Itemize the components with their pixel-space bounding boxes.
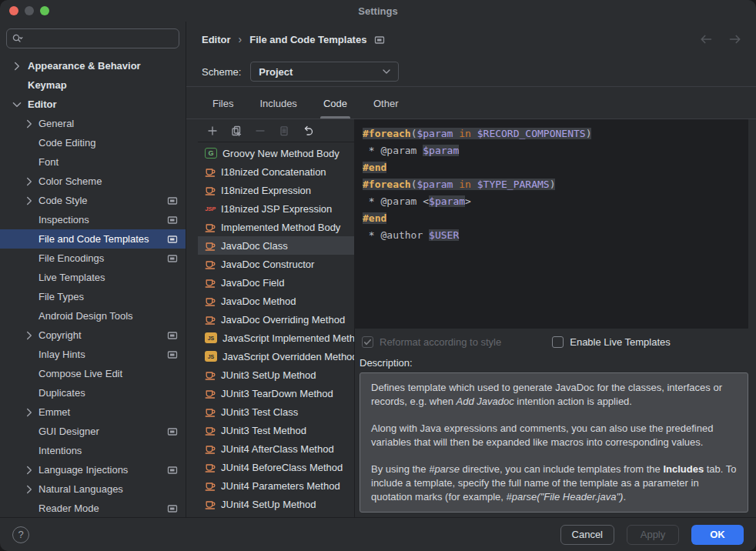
sidebar-item-emmet[interactable]: Emmet (0, 402, 186, 422)
apply-button[interactable]: Apply (627, 525, 679, 545)
create-child-template-button[interactable] (231, 125, 242, 136)
template-item-junit4-parameters-method[interactable]: JUnit4 Parameters Method (198, 476, 354, 495)
sidebar-item-general[interactable]: General (0, 114, 186, 133)
sidebar-item-file-types[interactable]: File Types (0, 287, 186, 306)
close-button[interactable] (9, 6, 18, 15)
help-icon: ? (18, 529, 23, 540)
breadcrumb: Editor › File and Code Templates (186, 22, 756, 57)
template-item-groovy-new-method-body[interactable]: GGroovy New Method Body (198, 144, 354, 162)
scheme-label: Scheme: (202, 66, 241, 78)
template-item-implemented-method-body[interactable]: Implemented Method Body (198, 218, 354, 236)
zoom-button[interactable] (40, 6, 49, 15)
add-template-button[interactable] (207, 125, 218, 136)
chevron-down-icon[interactable] (11, 99, 23, 111)
breadcrumb-editor[interactable]: Editor (202, 34, 231, 45)
java-class-icon (204, 498, 216, 510)
code-line: #foreach($param in $RECORD_COMPONENTS) (363, 125, 741, 142)
tab-files[interactable]: Files (203, 98, 243, 119)
template-item-javadoc-field[interactable]: JavaDoc Field (198, 273, 354, 292)
template-item-javadoc-class[interactable]: JavaDoc Class (198, 236, 354, 255)
sidebar-item-label: Compose Live Edit (38, 368, 122, 379)
javascript-icon: JS (205, 332, 217, 343)
java-class-icon (204, 276, 216, 289)
help-button[interactable]: ? (12, 526, 29, 543)
template-item-junit4-afterclass-method[interactable]: JUnit4 AfterClass Method (198, 439, 354, 458)
sidebar-item-language-injections[interactable]: Language Injections (0, 460, 186, 479)
template-item-javascript-overridden-method[interactable]: JSJavaScript Overridden Method (198, 347, 354, 366)
template-item-i18nized-expression[interactable]: I18nized Expression (198, 181, 354, 199)
sidebar-item-font[interactable]: Font (0, 152, 186, 172)
sidebar-item-appearance-behavior[interactable]: Appearance & Behavior (0, 56, 186, 75)
chevron-right-icon[interactable] (23, 483, 35, 496)
chevron-right-icon[interactable] (23, 195, 35, 207)
reformat-checkbox[interactable]: Reformat according to style (362, 336, 501, 348)
sidebar-item-editor[interactable]: Editor (0, 95, 186, 114)
template-item-javadoc-overriding-method[interactable]: JavaDoc Overriding Method (198, 310, 354, 329)
template-item-junit3-test-method[interactable]: JUnit3 Test Method (198, 421, 354, 439)
sidebar-item-label: Code Editing (38, 137, 95, 149)
template-item-label: JUnit4 AfterClass Method (221, 443, 334, 455)
template-item-javascript-implemented-method[interactable]: JSJavaScript Implemented Method (198, 329, 354, 347)
sidebar-item-color-scheme[interactable]: Color Scheme (0, 172, 186, 191)
chevron-right-icon[interactable] (11, 60, 23, 72)
template-item-junit3-teardown-method[interactable]: JUnit3 TearDown Method (198, 384, 354, 402)
template-editor[interactable]: #foreach($param in $RECORD_COMPONENTS) *… (355, 119, 748, 329)
reset-template-button[interactable] (303, 125, 313, 136)
chevron-right-icon[interactable] (23, 464, 35, 476)
template-item-i18nized-jsp-expression[interactable]: JSPI18nized JSP Expression (198, 199, 354, 218)
back-button[interactable] (699, 32, 713, 46)
tab-other[interactable]: Other (364, 98, 408, 119)
chevron-right-icon[interactable] (23, 175, 35, 188)
sidebar-item-live-templates[interactable]: Live Templates (0, 268, 186, 287)
sidebar-item-inlay-hints[interactable]: Inlay Hints (0, 345, 186, 364)
template-item-javadoc-constructor[interactable]: JavaDoc Constructor (198, 255, 354, 273)
template-item-junit4-beforeclass-method[interactable]: JUnit4 BeforeClass Method (198, 458, 354, 476)
sidebar-item-code-style[interactable]: Code Style (0, 191, 186, 210)
sidebar-item-label: Live Templates (38, 272, 105, 283)
chevron-right-icon[interactable] (23, 118, 35, 130)
enable-live-templates-checkbox[interactable]: Enable Live Templates (552, 336, 671, 348)
sidebar-item-inspections[interactable]: Inspections (0, 210, 186, 229)
template-item-junit4-setup-method[interactable]: JUnit4 SetUp Method (198, 495, 354, 513)
template-item-label: JavaDoc Constructor (221, 259, 314, 270)
ok-button[interactable]: OK (691, 525, 744, 545)
sidebar-item-android-design-tools[interactable]: Android Design Tools (0, 306, 186, 326)
scheme-select[interactable]: Project (250, 62, 399, 82)
sidebar-item-label: General (38, 118, 74, 129)
remove-template-button[interactable] (255, 125, 266, 136)
sidebar-item-keymap[interactable]: Keymap (0, 75, 186, 95)
screen-icon (167, 503, 178, 514)
template-item-javadoc-method[interactable]: JavaDoc Method (198, 292, 354, 310)
template-item-label: JavaDoc Method (221, 296, 296, 307)
description-paragraph: Defines template which used to generate … (371, 381, 737, 409)
minimize-button[interactable] (25, 6, 34, 15)
settings-search[interactable] (6, 28, 179, 48)
sidebar-item-copyright[interactable]: Copyright (0, 326, 186, 345)
tab-code[interactable]: Code (314, 98, 356, 119)
chevron-right-icon[interactable] (23, 329, 35, 342)
sidebar-item-reader-mode[interactable]: Reader Mode (0, 499, 186, 517)
search-input[interactable] (25, 33, 174, 45)
template-item-i18nized-concatenation[interactable]: I18nized Concatenation (198, 162, 354, 181)
sidebar-item-compose-live-edit[interactable]: Compose Live Edit (0, 364, 186, 383)
sidebar-item-code-editing[interactable]: Code Editing (0, 133, 186, 152)
copy-template-button[interactable] (279, 125, 289, 136)
sidebar-item-label: GUI Designer (38, 426, 99, 437)
sidebar-item-natural-languages[interactable]: Natural Languages (0, 479, 186, 499)
template-item-label: JavaScript Overridden Method (222, 351, 354, 362)
sidebar-item-file-and-code-templates[interactable]: File and Code Templates (0, 229, 186, 249)
template-item-junit3-test-class[interactable]: JUnit3 Test Class (198, 402, 354, 421)
chevron-right-icon[interactable] (23, 406, 35, 419)
sidebar-item-intentions[interactable]: Intentions (0, 441, 186, 460)
screen-icon (167, 215, 178, 225)
sidebar-item-file-encodings[interactable]: File Encodings (0, 249, 186, 268)
scheme-value: Project (259, 66, 293, 78)
template-item-junit3-setup-method[interactable]: JUnit3 SetUp Method (198, 366, 354, 384)
java-class-icon (204, 313, 216, 326)
sidebar-item-gui-designer[interactable]: GUI Designer (0, 422, 186, 441)
sidebar-item-duplicates[interactable]: Duplicates (0, 383, 186, 402)
tab-includes[interactable]: Includes (250, 98, 306, 119)
cancel-button[interactable]: Cancel (560, 525, 614, 545)
sidebar-item-label: Inspections (38, 214, 89, 225)
forward-button[interactable] (728, 32, 742, 46)
